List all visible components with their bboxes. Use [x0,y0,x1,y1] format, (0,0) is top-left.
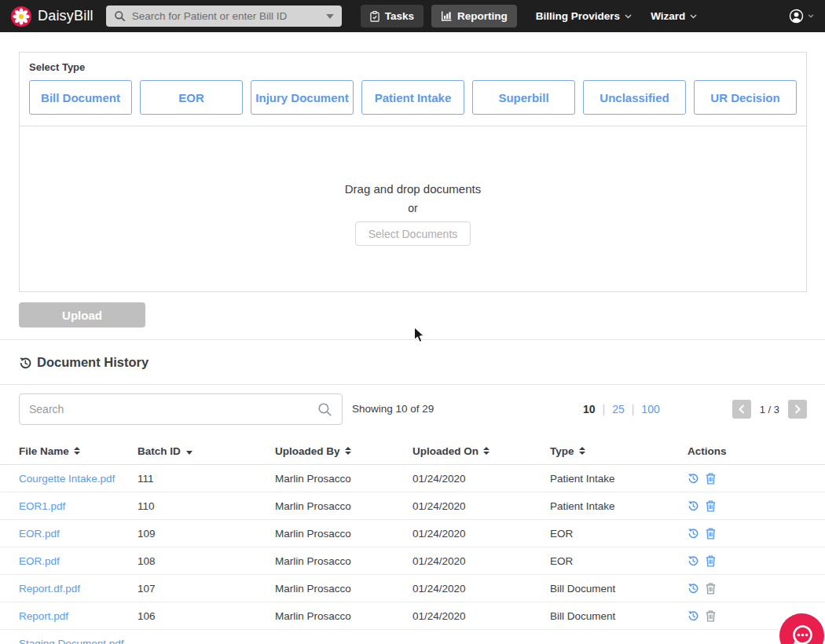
file-name-link[interactable]: EOR1.pdf [19,500,65,512]
tasks-button[interactable]: Tasks [361,5,424,27]
documents-table: File NameBatch IDUploaded ByUploaded OnT… [0,437,825,644]
batch-id-cell: 111 [138,473,275,485]
table-row: Staging Document.pdf [0,630,825,644]
file-name-link[interactable]: Courgette Intake.pdf [19,473,115,485]
page-indicator: 1 / 3 [760,404,779,415]
previous-page-button[interactable] [732,400,751,419]
page-size-25[interactable]: 25 [612,403,625,415]
dropzone-or-text: or [408,202,417,214]
type-button-injury-document[interactable]: Injury Document [251,80,354,115]
billing-providers-menu[interactable]: Billing Providers [536,10,632,22]
file-name-link[interactable]: Report.pdf [19,610,68,622]
type-button-eor[interactable]: EOR [140,80,243,115]
mouse-cursor [413,327,425,346]
global-search-input[interactable] [132,10,320,22]
history-icon[interactable] [688,500,698,511]
history-icon[interactable] [688,610,698,621]
table-header: File NameBatch IDUploaded ByUploaded OnT… [0,437,825,465]
user-account-menu[interactable] [789,9,814,24]
search-icon [114,10,126,22]
reporting-button[interactable]: Reporting [431,5,517,27]
uploaded-on-cell: 01/24/2020 [412,473,550,485]
file-name-link[interactable]: Report.df.pdf [19,583,80,595]
section-divider [0,384,825,385]
page-size-100[interactable]: 100 [641,403,659,415]
trash-icon[interactable] [706,473,716,485]
type-button-ur-decision[interactable]: UR Decision [694,80,797,115]
app-window: DaisyBill Tasks Re [0,0,825,644]
type-cell: EOR [550,528,688,540]
document-history-title: Document History [37,355,148,370]
column-header-file-name[interactable]: File Name [19,445,138,457]
batch-id-cell: 108 [138,555,275,567]
next-page-button[interactable] [788,400,807,419]
page-size-selector: 10|25|100 [583,403,660,415]
type-button-patient-intake[interactable]: Patient Intake [361,80,464,115]
daisy-flower-icon [11,6,31,27]
sort-icon [579,447,585,455]
file-name-link[interactable]: EOR.pdf [19,528,60,540]
chevron-left-icon [739,404,745,414]
global-search[interactable] [106,5,342,27]
column-header-type[interactable]: Type [550,445,688,457]
uploaded-by-cell: Marlin Prosacco [275,610,412,622]
row-actions [688,555,825,567]
brand-logo[interactable]: DaisyBill [11,6,94,27]
trash-icon[interactable] [706,528,716,540]
sort-icon [74,447,80,455]
history-search[interactable] [19,393,343,425]
column-header-actions: Actions [688,445,825,457]
trash-icon[interactable] [706,555,716,567]
select-documents-button[interactable]: Select Documents [355,221,471,246]
table-row: Courgette Intake.pdf 111 Marlin Prosacco… [0,465,825,492]
table-body: Courgette Intake.pdf 111 Marlin Prosacco… [0,465,825,644]
file-name-link[interactable]: EOR.pdf [19,555,60,567]
batch-id-cell: 110 [138,500,275,512]
trash-icon [706,583,716,595]
history-icon[interactable] [688,528,698,539]
billing-providers-label: Billing Providers [536,10,620,22]
brand-name: DaisyBill [38,8,94,24]
history-search-input[interactable] [29,403,317,415]
table-row: EOR.pdf 109 Marlin Prosacco 01/24/2020 E… [0,520,825,547]
wizard-menu[interactable]: Wizard [651,10,697,22]
search-icon [317,402,332,417]
column-header-batch-id[interactable]: Batch ID [138,445,275,457]
search-dropdown-caret-icon[interactable] [326,14,334,19]
trash-icon[interactable] [706,500,716,512]
file-name-link[interactable]: Staging Document.pdf [19,638,124,644]
chat-bubble-icon [789,623,816,644]
wizard-label: Wizard [651,10,685,22]
history-icon[interactable] [688,583,698,594]
table-row: EOR1.pdf 110 Marlin Prosacco 01/24/2020 … [0,492,825,520]
uploaded-by-cell: Marlin Prosacco [275,500,412,512]
row-actions [688,528,825,540]
type-button-superbill[interactable]: Superbill [472,80,575,115]
page-size-10[interactable]: 10 [583,403,596,415]
user-avatar-icon [789,9,804,24]
sort-icon [483,447,490,455]
column-header-uploaded-on[interactable]: Uploaded On [412,445,550,457]
type-button-unclassified[interactable]: Unclassified [583,80,686,115]
upload-button[interactable]: Upload [19,302,145,327]
uploaded-on-cell: 01/24/2020 [412,528,550,540]
document-dropzone[interactable]: Drag and drop documents or Select Docume… [20,126,806,302]
type-cell: Bill Document [550,610,688,622]
type-cell: Patient Intake [550,500,688,512]
history-icon[interactable] [688,555,698,566]
column-header-uploaded-by[interactable]: Uploaded By [275,445,412,457]
upload-panel: Select Type Bill DocumentEORInjury Docum… [19,52,807,292]
pager: 1 / 3 [732,400,807,419]
sort-desc-icon [186,451,192,455]
bar-chart-icon [441,11,452,21]
type-button-bill-document[interactable]: Bill Document [29,80,132,115]
dropzone-title: Drag and drop documents [345,182,481,196]
batch-id-cell: 106 [138,610,275,622]
uploaded-on-cell: 01/24/2020 [412,500,550,512]
uploaded-on-cell: 01/24/2020 [412,583,550,595]
showing-count: Showing 10 of 29 [352,403,434,415]
reporting-label: Reporting [457,10,508,22]
history-icon[interactable] [688,473,698,484]
uploaded-on-cell: 01/24/2020 [412,610,550,622]
uploaded-by-cell: Marlin Prosacco [275,583,412,595]
